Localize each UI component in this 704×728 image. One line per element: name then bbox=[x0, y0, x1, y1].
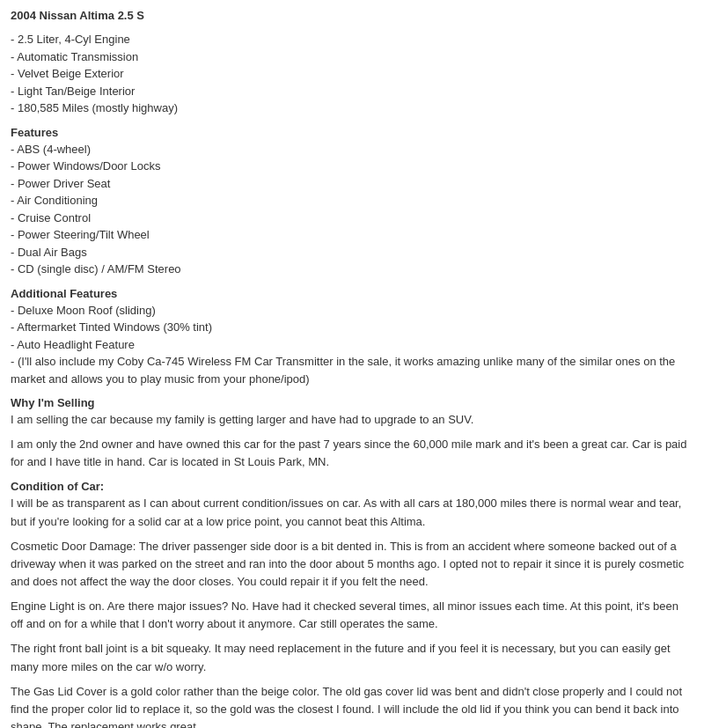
condition-p2: Cosmetic Door Damage: The driver passeng… bbox=[11, 538, 693, 591]
additional-section: Additional Features - Deluxe Moon Roof (… bbox=[11, 287, 693, 388]
why-selling-p1: I am selling the car because my family i… bbox=[11, 411, 693, 429]
feature-item: - Air Conditioning bbox=[11, 192, 693, 210]
condition-section: Condition of Car: I will be as transpare… bbox=[11, 480, 693, 728]
listing-container: 2004 Nissan Altima 2.5 S - 2.5 Liter, 4-… bbox=[11, 9, 693, 728]
additional-item: - Deluxe Moon Roof (sliding) bbox=[11, 302, 693, 320]
feature-item: - Power Windows/Door Locks bbox=[11, 158, 693, 175]
why-selling-section: Why I'm Selling I am selling the car bec… bbox=[11, 396, 693, 471]
additional-header: Additional Features bbox=[11, 287, 693, 300]
specs-section: - 2.5 Liter, 4-Cyl Engine- Automatic Tra… bbox=[11, 31, 693, 117]
why-selling-header: Why I'm Selling bbox=[11, 396, 693, 409]
feature-item: - Cruise Control bbox=[11, 210, 693, 227]
listing-title: 2004 Nissan Altima 2.5 S bbox=[11, 9, 693, 22]
features-section: Features - ABS (4-wheel)- Power Windows/… bbox=[11, 126, 693, 278]
additional-item: - Aftermarket Tinted Windows (30% tint) bbox=[11, 319, 693, 336]
feature-item: - CD (single disc) / AM/FM Stereo bbox=[11, 261, 693, 278]
spec-item: - Automatic Transmission bbox=[11, 48, 693, 66]
condition-p3: Engine Light is on. Are there major issu… bbox=[11, 598, 693, 633]
additional-item: - Auto Headlight Feature bbox=[11, 336, 693, 354]
feature-item: - ABS (4-wheel) bbox=[11, 141, 693, 158]
spec-item: - Light Tan/Beige Interior bbox=[11, 83, 693, 100]
title-section: 2004 Nissan Altima 2.5 S bbox=[11, 9, 693, 22]
feature-item: - Power Steering/Tilt Wheel bbox=[11, 226, 693, 244]
spec-item: - Velvet Beige Exterior bbox=[11, 65, 693, 83]
feature-item: - Power Driver Seat bbox=[11, 175, 693, 193]
why-selling-p2: I am only the 2nd owner and have owned t… bbox=[11, 436, 693, 471]
condition-header: Condition of Car: bbox=[11, 480, 693, 493]
condition-p4: The right front ball joint is a bit sque… bbox=[11, 640, 693, 675]
feature-item: - Dual Air Bags bbox=[11, 244, 693, 261]
condition-p1: I will be as transparent as I can about … bbox=[11, 495, 693, 530]
features-header: Features bbox=[11, 126, 693, 139]
additional-item: - (I'll also include my Coby Ca-745 Wire… bbox=[11, 353, 693, 387]
spec-item: - 2.5 Liter, 4-Cyl Engine bbox=[11, 31, 693, 48]
spec-item: - 180,585 Miles (mostly highway) bbox=[11, 99, 693, 117]
condition-p5: The Gas Lid Cover is a gold color rather… bbox=[11, 683, 693, 728]
